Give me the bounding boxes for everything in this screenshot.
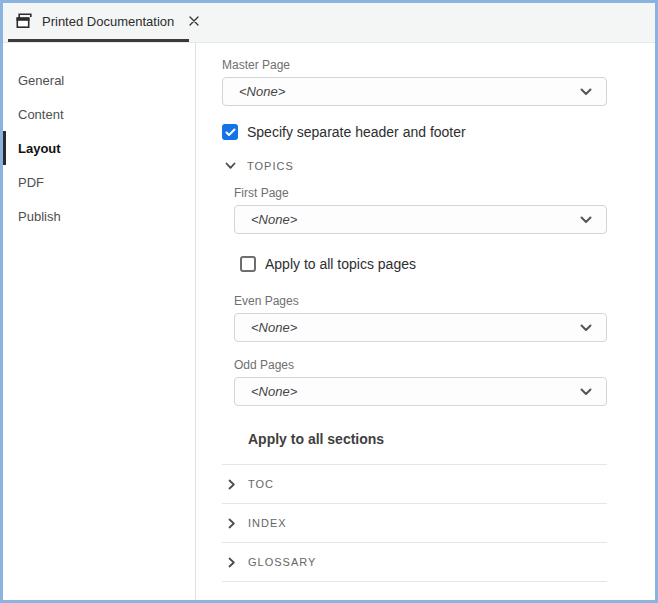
odd-pages-select[interactable]: <None> [234,377,607,406]
first-page-select[interactable]: <None> [234,205,607,234]
tab-printed-documentation[interactable]: Printed Documentation [8,3,189,42]
odd-pages-value: <None> [251,384,297,399]
sidebar-item-content[interactable]: Content [3,97,195,131]
checkbox-label: Specify separate header and footer [247,124,466,140]
odd-pages-label: Odd Pages [234,358,607,372]
chevron-down-icon [580,324,592,332]
chevron-down-icon [580,216,592,224]
topics-section-body: First Page <None> Apply to all topics pa… [222,186,607,448]
settings-sidebar: General Content Layout PDF Publish [3,43,196,600]
section-glossary-label: GLOSSARY [248,556,316,568]
even-pages-label: Even Pages [234,294,607,308]
tab-title: Printed Documentation [42,14,174,29]
master-page-value: <None> [239,84,285,99]
stacked-windows-icon [16,13,33,29]
first-page-value: <None> [251,212,297,227]
section-toc-label: TOC [248,478,274,490]
section-topics-header[interactable]: TOPICS [222,160,607,172]
chevron-right-icon [228,518,236,529]
chevron-right-icon [228,479,236,490]
checkbox-unchecked-icon [240,256,256,272]
chevron-down-icon [580,388,592,396]
sidebar-item-label: Layout [18,141,61,156]
chevron-right-icon [228,557,236,568]
sidebar-item-pdf[interactable]: PDF [3,165,195,199]
section-toc-header[interactable]: TOC [222,465,607,504]
layout-settings-panel: Master Page <None> Specify [196,43,655,600]
checkbox-apply-all-topics[interactable]: Apply to all topics pages [234,256,607,272]
section-index-header[interactable]: INDEX [222,504,607,543]
master-page-label: Master Page [222,58,607,72]
checkbox-label: Apply to all topics pages [265,256,416,272]
chevron-down-icon [225,162,236,170]
master-page-select[interactable]: <None> [222,77,607,106]
sidebar-item-publish[interactable]: Publish [3,199,195,233]
apply-all-sections-button[interactable]: Apply to all sections [234,431,384,447]
even-pages-value: <None> [251,320,297,335]
checkbox-separate-header-footer[interactable]: Specify separate header and footer [222,124,607,140]
sidebar-item-label: Publish [18,209,61,224]
sidebar-item-general[interactable]: General [3,63,195,97]
printed-documentation-window: Printed Documentation General Content La… [0,0,658,603]
tab-bar: Printed Documentation [3,3,655,43]
sidebar-item-label: General [18,73,64,88]
sidebar-item-label: Content [18,107,64,122]
section-topics-label: TOPICS [247,160,294,172]
sidebar-item-layout[interactable]: Layout [3,131,195,165]
chevron-down-icon [580,88,592,96]
section-index-label: INDEX [248,517,287,529]
section-glossary-header[interactable]: GLOSSARY [222,543,607,582]
close-icon[interactable] [189,13,199,29]
first-page-label: First Page [234,186,607,200]
checkbox-checked-icon [222,124,238,140]
sidebar-item-label: PDF [18,175,44,190]
even-pages-select[interactable]: <None> [234,313,607,342]
